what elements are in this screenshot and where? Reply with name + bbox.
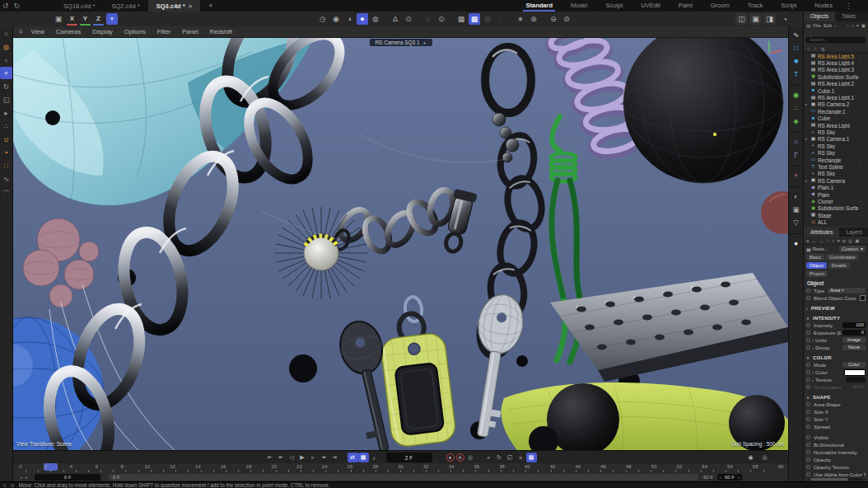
- timeline-key-icon[interactable]: ◂: [25, 474, 27, 480]
- object-row[interactable]: ◈ Cloner ▫ ⋮: [804, 198, 868, 204]
- material-icon[interactable]: ●: [790, 233, 803, 249]
- keyframe-selection-button[interactable]: ◎: [465, 453, 476, 462]
- grid-icon[interactable]: ▦: [455, 13, 467, 25]
- render-settings-button[interactable]: ◨: [763, 13, 776, 25]
- array-icon[interactable]: ∴: [790, 101, 803, 114]
- visibility-toggle[interactable]: ▫: [860, 193, 861, 197]
- pen-tool-icon[interactable]: ∿: [0, 172, 12, 185]
- object-row[interactable]: ◉ Subdivision Surface ▫ ⋮: [804, 205, 868, 212]
- quantize-icon[interactable]: ◎: [482, 13, 493, 25]
- layer-dots-icon[interactable]: ⋮: [863, 199, 867, 204]
- object-row[interactable]: ■ Cube ▫ ⋮: [804, 115, 868, 122]
- workspace-item[interactable]: Standard: [516, 0, 562, 12]
- half-sphere-icon[interactable]: ◑: [343, 13, 355, 25]
- visibility-toggle[interactable]: ▫: [860, 116, 861, 120]
- workspace-overflow-icon[interactable]: ⋮: [842, 2, 855, 10]
- layer-dots-icon[interactable]: ⋮: [863, 116, 867, 120]
- keyframe-dot-icon[interactable]: [806, 289, 810, 293]
- attribute-row[interactable]: Area Shape: [804, 401, 868, 408]
- layer-dots-icon[interactable]: ⋮: [863, 151, 867, 155]
- magnet-icon[interactable]: ∗: [515, 13, 526, 25]
- section-arrow-icon[interactable]: [806, 355, 810, 360]
- record-rotation-button[interactable]: ↻: [494, 453, 505, 462]
- parent-icon[interactable]: ↑: [827, 238, 829, 243]
- attribute-value[interactable]: Image: [842, 337, 866, 343]
- move-tool[interactable]: +: [0, 67, 12, 79]
- object-row[interactable]: ◎ ALL ▫ ⋮: [804, 218, 868, 225]
- layer-dots-icon[interactable]: ⋮: [863, 220, 867, 224]
- object-row[interactable]: ◐ RS Sky ▫ ⋮: [804, 171, 868, 177]
- more-menus-icon[interactable]: ›: [834, 23, 836, 28]
- workspace-item[interactable]: Track: [739, 0, 772, 12]
- attribute-row[interactable]: Size X: [804, 408, 868, 415]
- object-row[interactable]: ▭ Rectangle ▫ ⋮: [804, 157, 868, 163]
- document-tab[interactable]: SQ18.c4d * ×: [55, 0, 103, 12]
- checkbox[interactable]: [860, 295, 866, 301]
- panel-tab[interactable]: Attributes: [804, 228, 839, 237]
- timeline-ruler[interactable]: 0246810121416182022242628303234363840424…: [13, 463, 788, 481]
- bend-deformer-icon[interactable]: Γ: [790, 148, 803, 161]
- section-arrow-icon[interactable]: [806, 306, 808, 311]
- keyframe-dot-icon[interactable]: [806, 331, 810, 335]
- layer-dots-icon[interactable]: ⋮: [863, 124, 867, 128]
- cloner-icon[interactable]: ◈: [790, 115, 803, 127]
- new-tab-button[interactable]: +: [208, 2, 212, 10]
- visibility-toggle[interactable]: ▫: [860, 61, 861, 65]
- spline-square-icon[interactable]: ▪: [0, 146, 12, 158]
- keyframe-dot-icon[interactable]: [806, 458, 810, 462]
- previous-key-button[interactable]: ↞: [276, 453, 287, 462]
- object-search-input[interactable]: [806, 37, 866, 43]
- visibility-toggle[interactable]: ▫: [860, 206, 861, 210]
- pin-icon[interactable]: ◎: [848, 238, 852, 243]
- visibility-toggle[interactable]: ▫: [860, 102, 861, 106]
- attribute-value[interactable]: None: [842, 345, 866, 350]
- object-row[interactable]: ■ Cube.1 ▫ ⋮: [804, 87, 868, 94]
- attribute-row[interactable]: Temperature (K) 6500: [804, 383, 868, 391]
- popout-icon[interactable]: ▣: [855, 238, 859, 243]
- spline-arc-icon[interactable]: ∪: [0, 133, 12, 145]
- circle-dim-icon[interactable]: ◦: [495, 13, 506, 25]
- layer-dots-icon[interactable]: ⋮: [863, 165, 867, 169]
- expand-icon[interactable]: [805, 102, 809, 106]
- viewport-menu-icon[interactable]: ≡: [16, 28, 26, 35]
- workspace-item[interactable]: Sculpt: [596, 0, 632, 12]
- attribute-row[interactable]: SHAPE: [804, 393, 868, 401]
- object-row[interactable]: ▤ RS Area Light.2 ▫ ⋮: [804, 81, 868, 87]
- object-row[interactable]: ◐ RS Sky ▫ ⋮: [804, 129, 868, 135]
- sculpt-tool-icon[interactable]: ◠: [0, 185, 12, 198]
- solo-single-button[interactable]: ◎: [759, 453, 770, 462]
- attribute-row[interactable]: Normalize Intensity: [804, 448, 868, 456]
- go-to-start-button[interactable]: ⇤: [265, 453, 276, 462]
- solo-off-button[interactable]: ◉: [745, 453, 756, 462]
- keyframe-dot-icon[interactable]: [806, 450, 810, 454]
- attribute-tab-chip[interactable]: Coordinates: [826, 254, 858, 260]
- visibility-toggle[interactable]: ▫: [860, 220, 861, 224]
- object-row[interactable]: ◐ RS Sky ▫ ⋮: [804, 143, 868, 149]
- search-icon[interactable]: ○: [832, 238, 834, 243]
- layer-dots-icon[interactable]: ⋮: [863, 130, 867, 134]
- next-frame-button[interactable]: ▹: [308, 453, 319, 462]
- visibility-toggle[interactable]: ▫: [860, 110, 861, 114]
- spline-pen-icon[interactable]: ∿: [790, 28, 803, 40]
- attribute-value[interactable]: Area: [828, 288, 866, 293]
- attribute-row[interactable]: Exposure (EV) 0: [804, 329, 868, 336]
- attribute-row[interactable]: Opacity Texture: [804, 463, 868, 471]
- coordinate-system-toggle[interactable]: +: [106, 13, 118, 25]
- layer-dots-icon[interactable]: ⋮: [863, 96, 867, 100]
- visibility-toggle[interactable]: ▫: [860, 82, 861, 86]
- object-row[interactable]: ▤ RS Area Light.3 ▫ ⋮: [804, 67, 868, 73]
- object-row[interactable]: ▤ RS Area Light.5 ▫ ⋮: [804, 53, 868, 59]
- attribute-value[interactable]: [844, 369, 866, 376]
- workspace-item[interactable]: Groom: [702, 0, 739, 12]
- selection-points-icon[interactable]: ∴: [0, 120, 12, 132]
- edit-menu[interactable]: Edit: [824, 23, 832, 28]
- selection-move-icon[interactable]: ▸: [0, 106, 12, 119]
- document-tab[interactable]: SQ2.c4d * ×: [103, 0, 147, 12]
- object-row[interactable]: ▤ RS Area Light.4 ▫ ⋮: [804, 59, 868, 66]
- keyframe-dot-icon[interactable]: [806, 410, 810, 414]
- layer-dots-icon[interactable]: ⋮: [863, 54, 867, 59]
- attribute-row[interactable]: Units Image: [804, 336, 868, 344]
- spinner-right-icon[interactable]: ›: [738, 475, 740, 480]
- frame-field[interactable]: 2 F: [386, 453, 432, 462]
- visibility-toggle[interactable]: ▫: [860, 124, 861, 128]
